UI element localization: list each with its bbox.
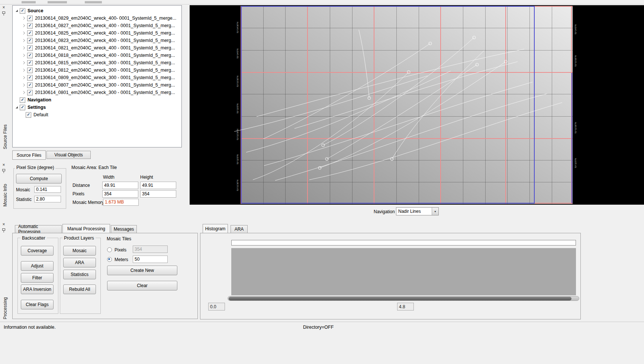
tree-item-settings[interactable]: ✓ Settings <box>16 104 181 111</box>
tab-manual-processing[interactable]: Manual Processing <box>62 224 110 233</box>
checkbox[interactable]: ✓ <box>27 90 33 95</box>
tab-histogram[interactable]: Histogram <box>203 224 228 233</box>
checkbox[interactable]: ✓ <box>27 23 33 29</box>
collapse-arrow-icon[interactable] <box>22 46 25 49</box>
tree-item-source-file[interactable]: ✓20130614_0818_em2040C_wreck_400 - 0001_… <box>22 52 181 59</box>
pin-icon[interactable] <box>1 11 6 16</box>
expand-arrow-icon[interactable] <box>16 10 18 12</box>
checkbox[interactable]: ✓ <box>27 16 33 21</box>
create-new-button[interactable]: Create New <box>107 266 177 275</box>
checkbox[interactable]: ✓ <box>27 45 33 51</box>
tree-item-source-file[interactable]: ✓20130614_0809_em2040C_wreck_300 - 0001_… <box>22 74 181 81</box>
filter-button[interactable]: Filter <box>21 273 54 283</box>
tree-item-default[interactable]: ✓ Default <box>26 111 181 118</box>
tab-ara[interactable]: ARA <box>231 225 248 233</box>
checkbox[interactable]: ✓ <box>27 82 33 88</box>
collapse-arrow-icon[interactable] <box>22 61 25 64</box>
svg-text:53°34'0"N: 53°34'0"N <box>236 49 239 59</box>
tree-item-label: 20130614_0829_em2040C_wreck_400- 0001_Sy… <box>35 16 176 21</box>
distance-width-input[interactable] <box>102 182 138 189</box>
tree-item-label: 20130614_0809_em2040C_wreck_300 - 0001_S… <box>35 75 175 80</box>
tab-visual-objects[interactable]: Visual Objects <box>46 151 91 159</box>
clear-button[interactable]: Clear <box>107 281 177 290</box>
tab-source-files[interactable]: Source Files <box>12 150 46 160</box>
chevron-down-icon[interactable]: ▼ <box>432 208 438 215</box>
checkbox[interactable]: ✓ <box>27 68 33 73</box>
pixels-width-input[interactable] <box>102 190 138 198</box>
pixels-height-input[interactable] <box>140 190 176 198</box>
distance-height-input[interactable] <box>140 182 176 189</box>
dock-label-mosaic-info[interactable]: Mosaic Info <box>3 184 8 207</box>
close-icon[interactable]: × <box>1 5 6 10</box>
checkbox[interactable]: ✓ <box>27 30 33 36</box>
tab-messages[interactable]: Messages <box>111 225 137 233</box>
toolbar-remnant-mark <box>48 1 67 3</box>
histogram-max-input[interactable] <box>397 303 414 311</box>
check-icon: ✓ <box>21 98 24 102</box>
tree-item-source-file[interactable]: ✓20130614_0815_em2040C_wreck_300 - 0001_… <box>22 59 181 66</box>
svg-text:53°32'0"N: 53°32'0"N <box>574 158 577 168</box>
rebuild-all-button[interactable]: Rebuild All <box>63 285 96 294</box>
collapse-arrow-icon[interactable] <box>22 17 25 20</box>
coverage-button[interactable]: Coverage <box>21 246 54 256</box>
collapse-arrow-icon[interactable] <box>22 32 25 35</box>
tree-item-source-file[interactable]: ✓20130614_0823_em2040C_wreck_400 - 0001_… <box>22 37 181 44</box>
checkbox[interactable]: ✓ <box>27 60 33 66</box>
pixels-radio[interactable] <box>107 247 112 252</box>
mosaic-pixel-size-input[interactable] <box>34 186 61 193</box>
checkbox[interactable]: ✓ <box>20 8 25 14</box>
clear-flags-button[interactable]: Clear Flags <box>21 300 54 309</box>
checkbox[interactable]: ✓ <box>27 53 33 58</box>
check-icon: ✓ <box>28 90 32 94</box>
checkbox[interactable]: ✓ <box>27 38 33 43</box>
tree-item-source-file[interactable]: ✓20130614_0829_em2040C_wreck_400- 0001_S… <box>22 14 181 22</box>
tab-automatic-processing[interactable]: Automatic Processing <box>15 225 62 233</box>
collapse-arrow-icon[interactable] <box>22 24 25 27</box>
checkbox[interactable]: ✓ <box>26 112 31 118</box>
mosaic-button[interactable]: Mosaic <box>63 246 96 256</box>
map-view[interactable]: 53°34'30"N 53°34'0"N 53°33'30"N 53°33'0"… <box>190 5 644 205</box>
tree-item-label: Source <box>28 8 43 13</box>
checkbox[interactable]: ✓ <box>20 105 25 110</box>
checkbox[interactable]: ✓ <box>20 97 25 103</box>
tile-meters-input[interactable] <box>133 256 168 263</box>
histogram-min-input[interactable] <box>208 303 225 311</box>
dock-label-processing[interactable]: Processing <box>3 297 8 319</box>
height-column-header: Height <box>140 175 153 180</box>
check-icon: ✓ <box>27 113 30 117</box>
close-icon[interactable]: × <box>1 163 6 168</box>
scrollbar-thumb[interactable] <box>229 297 571 300</box>
meters-radio[interactable] <box>107 257 112 262</box>
tree-item-source-file[interactable]: ✓20130614_0825_em2040C_wreck_400 - 0001_… <box>22 29 181 37</box>
tree-item-source-file[interactable]: ✓20130614_0812_em2040C_wreck_300 - 0001_… <box>22 66 181 74</box>
dock-label-source-files[interactable]: Source Files <box>3 124 8 149</box>
pin-icon[interactable] <box>1 228 6 233</box>
tree-item-navigation[interactable]: ✓ Navigation <box>16 96 181 104</box>
expand-arrow-icon[interactable] <box>16 106 18 108</box>
collapse-arrow-icon[interactable] <box>22 84 25 87</box>
ara-inversion-button[interactable]: ARA Inversion <box>21 285 54 294</box>
ara-button[interactable]: ARA <box>63 258 96 267</box>
statistic-pixel-size-input[interactable] <box>34 196 61 202</box>
tree-item-source-file[interactable]: ✓20130614_0801_em2040C_wreck_300 - 0001_… <box>22 89 181 96</box>
tree-item-label: 20130614_0815_em2040C_wreck_300 - 0001_S… <box>35 60 175 65</box>
close-icon[interactable]: × <box>1 222 6 227</box>
collapse-arrow-icon[interactable] <box>22 91 25 94</box>
collapse-arrow-icon[interactable] <box>22 76 25 79</box>
tree-item-source-file[interactable]: ✓20130614_0807_em2040C_wreck_300 - 0001_… <box>22 81 181 89</box>
compute-button[interactable]: Compute <box>16 174 62 183</box>
collapse-arrow-icon[interactable] <box>22 69 25 72</box>
histogram-scrollbar[interactable] <box>228 296 579 301</box>
checkbox[interactable]: ✓ <box>27 75 33 81</box>
tree-item-source[interactable]: ✓ Source <box>16 7 181 14</box>
meters-radio-label: Meters <box>115 257 128 262</box>
collapse-arrow-icon[interactable] <box>22 39 25 42</box>
navigation-dropdown[interactable]: Nadir Lines ▼ <box>396 207 439 215</box>
status-message: Information not available. <box>4 325 56 330</box>
pin-icon[interactable] <box>1 169 6 173</box>
adjust-button[interactable]: Adjust <box>21 261 54 271</box>
statistics-button[interactable]: Statistics <box>63 270 96 279</box>
tree-item-source-file[interactable]: ✓20130614_0827_em2040C_wreck_400 - 0001_… <box>22 22 181 29</box>
collapse-arrow-icon[interactable] <box>22 54 25 57</box>
tree-item-source-file[interactable]: ✓20130614_0821_em2040C_wreck_400 - 0001_… <box>22 44 181 52</box>
